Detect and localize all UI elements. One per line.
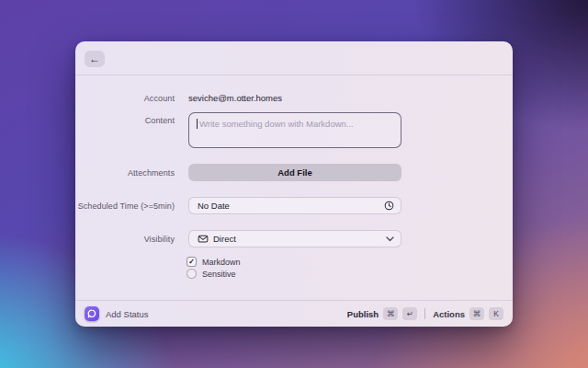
account-value: seviche@m.otter.homes [188, 93, 282, 103]
sensitive-option[interactable]: Sensitive [187, 269, 236, 279]
sensitive-checkbox[interactable] [187, 269, 197, 279]
content-textarea[interactable]: Write something down with Markdown... [188, 112, 401, 148]
cmd-key-badge: ⌘ [383, 307, 398, 320]
markdown-checkbox-label: Markdown [202, 258, 241, 267]
scheduled-time-label: Scheduled Time (>=5min) [75, 201, 175, 211]
attachments-label: Attechments [75, 168, 175, 178]
publish-button[interactable]: Publish [347, 309, 379, 319]
add-status-window: ← Account seviche@m.otter.homes Content … [75, 41, 513, 327]
actions-button[interactable]: Actions [433, 309, 465, 319]
content-placeholder: Write something down with Markdown... [199, 119, 354, 129]
content-label: Content [75, 116, 175, 125]
checkmark-icon: ✓ [188, 259, 195, 266]
visibility-dropdown[interactable]: Direct [188, 230, 401, 247]
scheduled-time-field[interactable]: No Date [188, 197, 401, 214]
visibility-value: Direct [213, 234, 386, 244]
markdown-checkbox[interactable]: ✓ [187, 257, 197, 267]
cmd-key-badge: ⌘ [469, 307, 484, 320]
chevron-down-icon [386, 236, 394, 242]
envelope-icon [198, 234, 209, 244]
status-bar: Add Status Publish ⌘ ↵ Actions ⌘ K [75, 300, 513, 327]
clock-icon [384, 201, 394, 211]
text-cursor [197, 119, 198, 129]
back-arrow-icon: ← [89, 53, 100, 64]
markdown-option[interactable]: ✓ Markdown [187, 257, 241, 267]
return-key-badge: ↵ [402, 307, 417, 320]
window-title: Add Status [106, 309, 148, 319]
scheduled-time-value: No Date [198, 201, 384, 211]
footer-actions: Publish ⌘ ↵ Actions ⌘ K [347, 307, 503, 320]
back-button[interactable]: ← [85, 51, 105, 67]
app-logo-icon [85, 306, 99, 321]
sensitive-checkbox-label: Sensitive [202, 270, 236, 279]
window-header: ← [75, 41, 513, 75]
add-file-button[interactable]: Add File [188, 164, 401, 181]
footer-divider [424, 308, 425, 319]
desktop-background: ← Account seviche@m.otter.homes Content … [0, 0, 588, 368]
account-label: Account [75, 94, 175, 103]
k-key-badge: K [489, 307, 503, 320]
visibility-label: Visibility [75, 235, 175, 244]
